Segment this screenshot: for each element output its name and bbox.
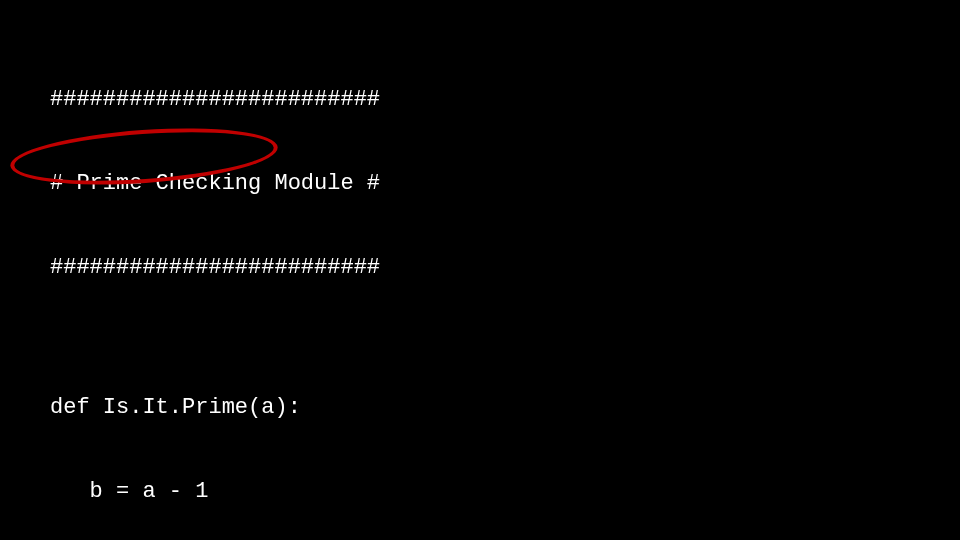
code-line: #########################: [50, 86, 406, 114]
code-line: #########################: [50, 254, 406, 282]
code-line: # Prime Checking Module #: [50, 170, 406, 198]
code-line: b = a - 1: [50, 478, 406, 506]
slide-root: ######################### # Prime Checki…: [0, 0, 960, 540]
code-block: ######################### # Prime Checki…: [50, 30, 406, 540]
code-line: def Is.It.Prime(a):: [50, 394, 406, 422]
